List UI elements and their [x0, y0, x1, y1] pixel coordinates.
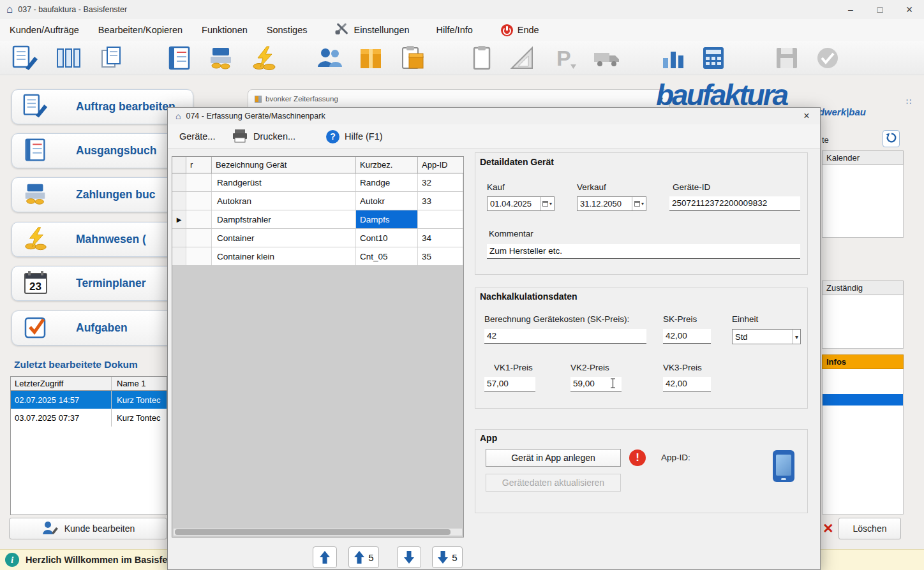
truck-icon[interactable]: [593, 45, 621, 71]
zustaendig-header[interactable]: Zuständig: [822, 281, 904, 295]
detaildaten-heading: Detaildaten Gerät: [480, 157, 554, 167]
save-disk-icon[interactable]: [773, 45, 801, 71]
minimize-button[interactable]: –: [836, 0, 865, 19]
clipboard-icon[interactable]: [468, 45, 496, 71]
calculator-icon[interactable]: [699, 45, 727, 71]
status-message: Herzlich Willkommen im Basisfen: [26, 555, 173, 565]
svg-text:23: 23: [29, 281, 41, 293]
dialog-titlebar: ⌂ 074 - Erfassung Geräte/Maschinenpark: [168, 108, 820, 124]
edit-document-icon: [22, 93, 49, 121]
bar-chart-icon[interactable]: [659, 45, 687, 71]
grid-row[interactable]: Autokran Autokr 33: [172, 192, 463, 210]
dialog-title: 074 - Erfassung Geräte/Maschinenpark: [186, 112, 325, 121]
cash-register-icon[interactable]: [207, 45, 235, 71]
kunde-bearbeiten-button[interactable]: Kunde bearbeiten: [9, 518, 167, 539]
letter-p-icon[interactable]: P: [551, 45, 579, 71]
vk1-preis-field[interactable]: 57,00: [484, 377, 535, 391]
kommentar-field[interactable]: Zum Hersteller etc.: [487, 244, 800, 259]
arrow-up-icon: [354, 550, 365, 564]
info-icon: i: [5, 553, 19, 567]
menu-ende[interactable]: Ende: [491, 19, 549, 41]
smartphone-icon: [773, 450, 794, 482]
refresh-button[interactable]: [883, 130, 900, 147]
maximize-button[interactable]: □: [865, 0, 895, 19]
sidebar-button-mahnwesen[interactable]: Mahnwesen (: [11, 222, 193, 257]
kalender-header[interactable]: Kalender: [822, 150, 904, 165]
grid-row-current[interactable]: ▶ Dampfstrahler Dampfs: [172, 210, 463, 229]
loeschen-button[interactable]: Löschen: [838, 518, 901, 539]
column-letzter-zugriff[interactable]: LetzterZugriff: [11, 377, 112, 390]
grid-row[interactable]: Container Cont10 34: [172, 229, 463, 247]
ruler-icon[interactable]: [509, 45, 537, 71]
background-tab-zeiterfassung[interactable]: bvonker Zeiterfassung ▾: [248, 89, 670, 108]
app-groupbox: [475, 429, 808, 513]
geraete-id-field[interactable]: 25072112372200009832: [669, 196, 800, 211]
drucken-menu[interactable]: Drucken...: [232, 124, 295, 149]
row-down-button[interactable]: [397, 546, 421, 568]
menu-einstellungen[interactable]: Einstellungen: [325, 19, 419, 41]
date-picker-icon[interactable]: ▾: [632, 197, 646, 210]
selected-info-row[interactable]: [823, 394, 903, 406]
date-picker-icon[interactable]: ▾: [540, 197, 554, 210]
row-up-5-button[interactable]: 5: [348, 546, 379, 568]
home-icon: ⌂: [6, 3, 13, 16]
kommentar-label: Kommentar: [489, 229, 533, 238]
column-name1[interactable]: Name 1: [112, 377, 167, 390]
scrollbar-thumb[interactable]: [175, 529, 451, 535]
clipboard-package-icon[interactable]: [398, 45, 426, 71]
geraet-in-app-anlegen-button[interactable]: Gerät in App anlegen: [486, 449, 621, 467]
current-row-marker-icon: ▶: [172, 210, 186, 228]
column-appid[interactable]: App-ID: [418, 157, 463, 173]
sidebar-button-auftrag-bearbeiten[interactable]: Auftrag bearbeiten: [11, 89, 193, 124]
checkmark-icon[interactable]: [814, 45, 842, 71]
edit-document-icon[interactable]: [11, 45, 40, 71]
infos-bar[interactable]: Infos: [822, 354, 904, 369]
close-button[interactable]: ×: [895, 0, 924, 19]
printer-icon: [232, 129, 248, 145]
toolbar-overflow-dots[interactable]: ∷: [906, 97, 913, 106]
app-id-label: App-ID:: [661, 453, 690, 462]
chevron-down-icon[interactable]: ▾: [793, 330, 800, 344]
menu-funktionen[interactable]: Funktionen: [192, 19, 257, 41]
sidebar-button-zahlungen[interactable]: Zahlungen buc: [11, 177, 193, 212]
sidebar-button-ausgangsbuch[interactable]: Ausgangsbuch: [11, 133, 193, 168]
berechnung-field[interactable]: 42: [484, 329, 646, 344]
dunning-flash-icon[interactable]: [250, 45, 278, 71]
row-up-button[interactable]: [313, 546, 337, 568]
customers-people-icon[interactable]: [315, 45, 343, 71]
row-down-5-button[interactable]: 5: [432, 546, 463, 568]
horizontal-scrollbar[interactable]: [174, 529, 462, 536]
grid-row[interactable]: Container klein Cnt_05 35: [172, 247, 463, 266]
geraete-menu[interactable]: Geräte...: [179, 124, 215, 149]
kauf-date-input[interactable]: 01.04.2025 ▾: [487, 196, 555, 211]
ledger-book-icon[interactable]: [166, 45, 194, 71]
sidebar-button-aufgaben[interactable]: Aufgaben: [11, 311, 193, 346]
help-icon: ?: [326, 130, 339, 143]
nachkalkulation-heading: Nachkalkulationsdaten: [480, 291, 578, 302]
geraetedaten-aktualisieren-button[interactable]: Gerätedaten aktualisieren: [486, 474, 621, 492]
hilfe-menu[interactable]: ? Hilfe (F1): [326, 124, 383, 149]
dialog-close-button[interactable]: ×: [798, 109, 815, 123]
table-columns-icon[interactable]: [55, 45, 83, 71]
sk-preis-field[interactable]: 42,00: [663, 329, 711, 344]
menu-hilfe-info[interactable]: Hilfe/Info: [427, 19, 482, 41]
verkauf-label: Verkauf: [577, 182, 606, 192]
column-bezeichnung[interactable]: Bezeichnung Gerät: [212, 157, 356, 173]
vk3-preis-field[interactable]: 42,00: [663, 377, 711, 391]
copy-documents-icon[interactable]: [98, 45, 126, 71]
column-kurzbez[interactable]: Kurzbez.: [356, 157, 418, 173]
geraete-dialog: ⌂ 074 - Erfassung Geräte/Maschinenpark ×…: [167, 107, 821, 570]
recent-row[interactable]: 02.07.2025 14:57 Kurz Tontec: [11, 391, 167, 409]
menubar: Kunden/Aufträge Bearbeiten/Kopieren Funk…: [0, 19, 924, 41]
menu-kunden-auftraege[interactable]: Kunden/Aufträge: [0, 19, 89, 41]
column-nr[interactable]: r: [186, 157, 212, 173]
recent-row[interactable]: 03.07.2025 07:37 Kurz Tontec: [11, 409, 167, 427]
package-icon[interactable]: [357, 45, 385, 71]
einheit-select[interactable]: Std ▾: [732, 329, 801, 344]
sidebar-button-terminplaner[interactable]: 23 Terminplaner: [11, 266, 193, 301]
menu-bearbeiten-kopieren[interactable]: Bearbeiten/Kopieren: [89, 19, 192, 41]
grid-row[interactable]: Randgerüst Randge 32: [172, 173, 463, 192]
grid-header: r Bezeichnung Gerät Kurzbez. App-ID: [172, 157, 463, 173]
verkauf-date-input[interactable]: 31.12.2050 ▾: [577, 196, 646, 211]
menu-sonstiges[interactable]: Sonstiges: [257, 19, 317, 41]
